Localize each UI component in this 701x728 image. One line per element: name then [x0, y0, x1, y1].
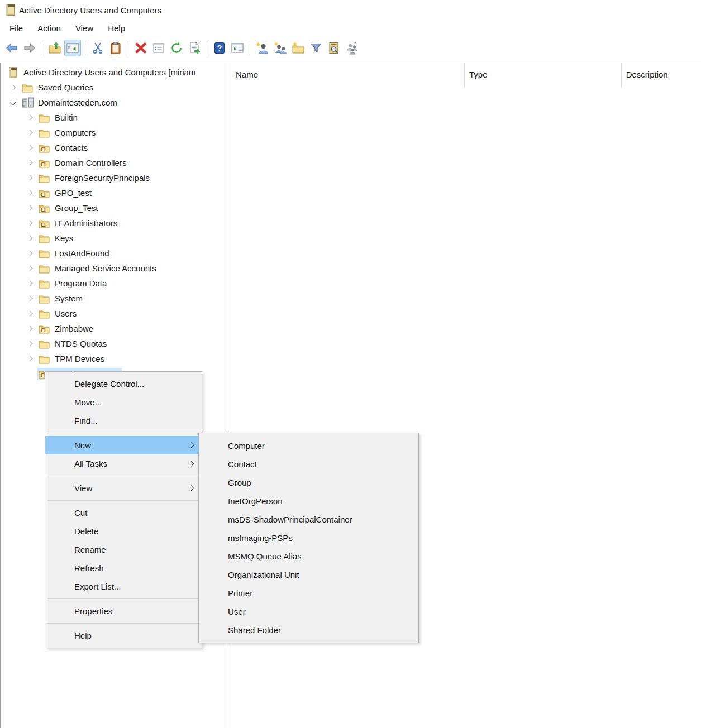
new-organizational-unit-button[interactable] [290, 40, 307, 56]
tree-chevron-collapsed-icon[interactable] [25, 339, 34, 348]
column-header-type[interactable]: Type [465, 63, 622, 88]
console-tree-toggle-button[interactable] [64, 40, 81, 56]
help-button[interactable]: ? [211, 40, 228, 56]
tree-chevron-collapsed-icon[interactable] [25, 279, 34, 288]
tree-item-contacts[interactable]: Contacts [1, 140, 227, 155]
menubar-item-help[interactable]: Help [101, 21, 132, 37]
tree-item-builtin[interactable]: Builtin [1, 110, 227, 125]
tree-item-label: GPO_test [55, 188, 92, 198]
new-submenu-item-shared-folder[interactable]: Shared Folder [199, 621, 418, 639]
forward-icon [23, 41, 36, 55]
new-submenu-item-msimaging-psps[interactable]: msImaging-PSPs [199, 529, 418, 547]
new-submenu-item-msmq-queue-alias[interactable]: MSMQ Queue Alias [199, 547, 418, 566]
context-menu-item-help[interactable]: Help [45, 626, 202, 645]
new-submenu-item-inetorgperson[interactable]: InetOrgPerson [199, 492, 418, 510]
context-menu-item-export-list[interactable]: Export List... [45, 577, 202, 596]
tree-item-system[interactable]: System [1, 291, 227, 306]
properties-button[interactable] [150, 40, 167, 56]
tree-chevron-collapsed-icon[interactable] [25, 113, 34, 122]
folder-icon [22, 83, 34, 93]
tree-item-managed-service-accounts[interactable]: Managed Service Accounts [1, 261, 227, 276]
tree-item-zimbabwe[interactable]: Zimbabwe [1, 321, 227, 336]
tree-item-foreignsecurityprincipals[interactable]: ForeignSecurityPrincipals [1, 170, 227, 185]
tree-chevron-collapsed-icon[interactable] [25, 174, 34, 183]
folder-icon [39, 339, 51, 349]
new-submenu-item-printer[interactable]: Printer [199, 584, 418, 602]
tree-chevron-collapsed-icon[interactable] [25, 264, 34, 273]
tree-item-active-directory-users-and-computers-miriam[interactable]: Active Directory Users and Computers [mi… [1, 65, 227, 80]
taskpad-view-button[interactable] [229, 40, 246, 56]
tree-chevron-collapsed-icon[interactable] [25, 324, 34, 333]
context-menu-item-new[interactable]: New [45, 436, 202, 454]
new-submenu-item-msds-shadowprincipalcontainer[interactable]: msDS-ShadowPrincipalContainer [199, 510, 418, 529]
tree-chevron-collapsed-icon[interactable] [25, 309, 34, 318]
find-objects-button[interactable] [326, 40, 342, 56]
tree-item-ntds-quotas[interactable]: NTDS Quotas [1, 336, 227, 351]
tree-item-gpo-test[interactable]: GPO_test [1, 185, 227, 200]
context-menu-item-refresh[interactable]: Refresh [45, 559, 202, 577]
new-submenu-item-organizational-unit[interactable]: Organizational Unit [199, 566, 418, 584]
context-menu-item-view[interactable]: View [45, 479, 202, 497]
delete-button[interactable] [132, 40, 149, 56]
back-button[interactable] [3, 40, 20, 56]
tree-item-computers[interactable]: Computers [1, 125, 227, 140]
tree-chevron-collapsed-icon[interactable] [25, 189, 34, 198]
export-list-button[interactable] [186, 40, 203, 56]
special-permissions-button[interactable] [344, 40, 360, 56]
folder-icon [39, 248, 51, 258]
tree-chevron-collapsed-icon[interactable] [25, 128, 34, 137]
filter-button[interactable] [308, 40, 325, 56]
tree-item-label: Group_Test [55, 203, 98, 213]
tree-item-domaintesteden-com[interactable]: Domaintesteden.com [1, 95, 227, 110]
tree-item-keys[interactable]: Keys [1, 231, 227, 246]
menu-item-label: Help [74, 631, 92, 640]
column-header-description[interactable]: Description [622, 63, 701, 88]
context-menu-item-delegate-control[interactable]: Delegate Control... [45, 375, 202, 393]
tree-item-saved-queries[interactable]: Saved Queries [1, 80, 227, 95]
tree-chevron-collapsed-icon[interactable] [25, 159, 34, 167]
tree-chevron-collapsed-icon[interactable] [25, 219, 34, 228]
tree-item-label: Zimbabwe [55, 324, 93, 333]
tree-item-program-data[interactable]: Program Data [1, 276, 227, 291]
tree-chevron-collapsed-icon[interactable] [25, 234, 34, 243]
context-menu-item-move[interactable]: Move... [45, 393, 202, 411]
context-menu-item-delete[interactable]: Delete [45, 522, 202, 540]
column-header-name[interactable]: Name [231, 63, 465, 88]
context-menu-item-properties[interactable]: Properties [45, 602, 202, 620]
tree-chevron-collapsed-icon[interactable] [25, 204, 34, 213]
tree-item-domain-controllers[interactable]: Domain Controllers [1, 155, 227, 170]
refresh-button[interactable] [168, 40, 185, 56]
folder-icon [39, 113, 51, 123]
tree-chevron-expanded-icon[interactable] [8, 98, 17, 107]
menubar-item-view[interactable]: View [68, 21, 101, 37]
cut-button[interactable] [89, 40, 106, 56]
context-menu-item-find[interactable]: Find... [45, 411, 202, 430]
menu-separator [47, 500, 199, 501]
context-menu-item-all-tasks[interactable]: All Tasks [45, 454, 202, 473]
menubar-item-action[interactable]: Action [30, 21, 68, 37]
new-submenu-item-computer[interactable]: Computer [199, 437, 418, 455]
menubar-item-file[interactable]: File [2, 21, 30, 37]
context-menu-item-rename[interactable]: Rename [45, 540, 202, 559]
tree-item-it-administrators[interactable]: IT Administrators [1, 215, 227, 231]
tree-item-lostandfound[interactable]: LostAndFound [1, 246, 227, 261]
tree-item-users[interactable]: Users [1, 306, 227, 321]
new-submenu-item-user[interactable]: User [199, 602, 418, 621]
forward-button[interactable] [21, 40, 38, 56]
tree-item-body: IT Administrators [37, 217, 120, 229]
tree-chevron-collapsed-icon[interactable] [25, 294, 34, 303]
tree-chevron-collapsed-icon[interactable] [25, 249, 34, 258]
menu-item-label: Group [228, 478, 251, 487]
new-user-button[interactable] [254, 40, 271, 56]
context-menu-item-cut[interactable]: Cut [45, 504, 202, 522]
new-group-button[interactable] [272, 40, 289, 56]
tree-item-tpm-devices[interactable]: TPM Devices [1, 351, 227, 366]
paste-button[interactable] [107, 40, 124, 56]
new-submenu-item-contact[interactable]: Contact [199, 455, 418, 473]
tree-item-group-test[interactable]: Group_Test [1, 200, 227, 215]
tree-chevron-collapsed-icon[interactable] [25, 355, 34, 363]
up-one-level-button[interactable] [46, 40, 63, 56]
tree-chevron-collapsed-icon[interactable] [25, 143, 34, 152]
new-submenu-item-group[interactable]: Group [199, 473, 418, 492]
tree-chevron-collapsed-icon[interactable] [8, 83, 17, 92]
